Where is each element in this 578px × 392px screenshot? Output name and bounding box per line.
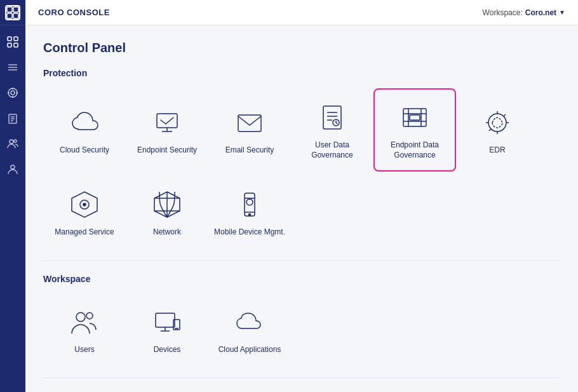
svg-point-62: [86, 313, 93, 319]
logo-icon: [5, 5, 20, 20]
svg-rect-35: [403, 109, 426, 126]
tile-edr[interactable]: EDR: [456, 88, 539, 172]
tile-user-data-governance[interactable]: User Data Governance: [291, 88, 373, 172]
chevron-down-icon: ▼: [559, 9, 565, 16]
svg-point-22: [14, 140, 17, 142]
svg-point-41: [488, 114, 506, 132]
mobile-device-mgmt-icon: [232, 187, 267, 222]
sidebar-item-person[interactable]: [1, 158, 24, 180]
user-data-governance-icon: [314, 100, 350, 135]
sidebar-item-dashboard[interactable]: [1, 30, 24, 53]
cloud-applications-label: Cloud Applications: [218, 345, 281, 355]
svg-rect-4: [8, 37, 11, 41]
cloud-security-label: Cloud Security: [60, 145, 109, 156]
managed-service-icon: [67, 187, 102, 222]
tile-cloud-applications[interactable]: Cloud Applications: [208, 294, 291, 365]
sidebar-item-list[interactable]: [1, 56, 24, 79]
svg-point-12: [11, 91, 15, 95]
workspace-name: Coro.net: [525, 8, 556, 17]
devices-label: Devices: [154, 345, 181, 355]
svg-point-61: [76, 313, 85, 321]
main-area: CORO CONSOLE Workspace: Coro.net ▼ Contr…: [25, 0, 578, 392]
endpoint-data-governance-icon: [397, 100, 433, 135]
header: CORO CONSOLE Workspace: Coro.net ▼: [25, 0, 578, 25]
endpoint-security-icon: [149, 105, 185, 140]
endpoint-security-label: Endpoint Security: [137, 145, 197, 156]
endpoint-data-governance-label: Endpoint Data Governance: [380, 140, 450, 160]
tile-network[interactable]: Network: [126, 177, 208, 248]
workspace-row-1: Users Devices: [43, 294, 560, 365]
sidebar-item-clipboard[interactable]: [1, 107, 24, 130]
tile-devices[interactable]: Devices: [126, 294, 208, 365]
svg-point-50: [83, 203, 86, 206]
tile-managed-service[interactable]: Managed Service: [43, 177, 126, 248]
email-security-icon: [232, 105, 267, 140]
devices-icon: [149, 304, 185, 340]
tile-cloud-security[interactable]: Cloud Security: [43, 88, 126, 172]
workspace-label: Workspace:: [483, 8, 523, 17]
svg-rect-1: [13, 7, 18, 12]
svg-line-47: [489, 129, 491, 131]
sidebar-item-target[interactable]: [1, 81, 24, 104]
network-icon: [149, 187, 185, 222]
email-security-label: Email Security: [225, 145, 274, 156]
section-divider-2: [43, 377, 560, 378]
sidebar: [0, 0, 25, 392]
protection-section-title: Protection: [43, 68, 560, 78]
content-area: Control Panel Protection Cloud Security: [25, 25, 578, 392]
tile-email-security[interactable]: Email Security: [208, 88, 291, 172]
edr-icon: [480, 105, 515, 140]
svg-rect-40: [410, 115, 420, 120]
sidebar-nav: [0, 25, 25, 180]
sidebar-logo: [0, 0, 25, 25]
page-title: Control Panel: [43, 41, 560, 55]
mobile-device-mgmt-label: Mobile Device Mgmt.: [214, 227, 285, 238]
users-label: Users: [74, 345, 94, 355]
svg-rect-6: [8, 43, 11, 47]
section-divider-1: [43, 260, 560, 261]
svg-rect-0: [7, 7, 12, 12]
svg-point-58: [249, 214, 251, 216]
protection-row-1: Cloud Security Endpoint Security: [43, 88, 560, 172]
protection-section: Protection Cloud Security: [43, 68, 560, 248]
user-data-governance-label: User Data Governance: [296, 140, 368, 160]
workspace-section: Workspace Users: [43, 274, 560, 392]
svg-rect-2: [7, 13, 12, 18]
svg-rect-3: [13, 13, 18, 18]
svg-point-11: [8, 88, 17, 97]
cloud-security-icon: [67, 105, 102, 140]
svg-rect-7: [14, 43, 18, 47]
network-label: Network: [153, 227, 181, 238]
tile-endpoint-security[interactable]: Endpoint Security: [126, 88, 208, 172]
svg-rect-5: [14, 37, 18, 41]
users-icon: [67, 304, 102, 340]
managed-service-label: Managed Service: [55, 227, 114, 238]
svg-point-23: [11, 165, 15, 169]
app-title: CORO CONSOLE: [38, 8, 110, 17]
svg-rect-63: [156, 313, 175, 327]
svg-line-28: [166, 118, 173, 124]
protection-row-2: Managed Service Network: [43, 177, 560, 248]
svg-rect-30: [323, 106, 341, 129]
svg-rect-29: [238, 115, 261, 132]
edr-label: EDR: [489, 145, 505, 156]
sidebar-item-people[interactable]: [1, 132, 24, 155]
cloud-applications-icon: [232, 304, 267, 340]
workspace-selector[interactable]: Workspace: Coro.net ▼: [483, 8, 565, 17]
tile-endpoint-data-governance[interactable]: Endpoint Data Governance: [373, 88, 456, 172]
tile-users[interactable]: Users: [43, 294, 126, 365]
svg-line-46: [504, 114, 506, 116]
svg-point-21: [10, 140, 13, 144]
svg-line-27: [161, 120, 166, 124]
workspace-section-title: Workspace: [43, 274, 560, 284]
svg-rect-24: [157, 114, 177, 128]
tile-mobile-device-mgmt[interactable]: Mobile Device Mgmt.: [208, 177, 291, 248]
